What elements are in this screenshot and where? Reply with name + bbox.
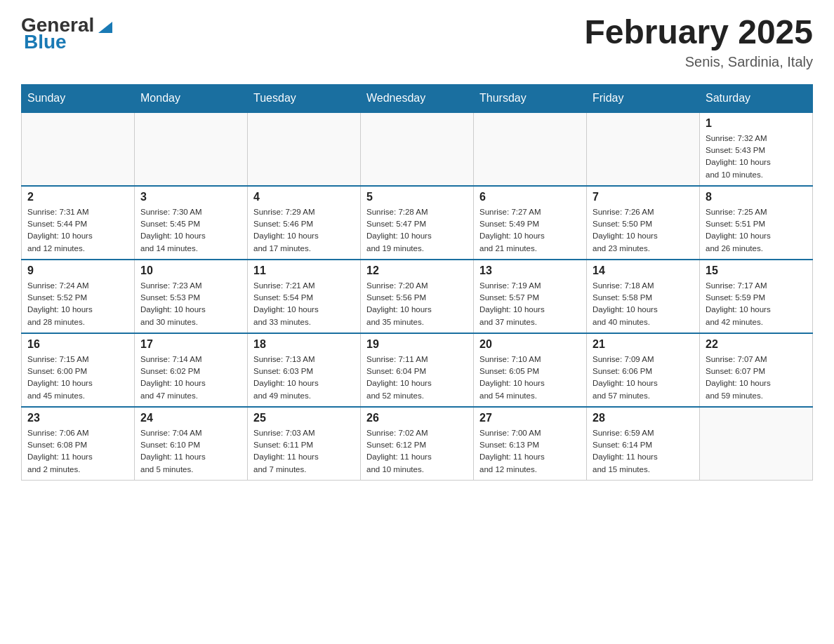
logo-triangle-icon	[95, 16, 115, 36]
calendar-day-cell: 19Sunrise: 7:11 AM Sunset: 6:04 PM Dayli…	[361, 333, 474, 407]
day-info: Sunrise: 7:06 AM Sunset: 6:08 PM Dayligh…	[27, 427, 128, 476]
day-of-week-header: Friday	[587, 84, 700, 112]
day-number: 5	[366, 191, 468, 203]
calendar-day-cell: 11Sunrise: 7:21 AM Sunset: 5:54 PM Dayli…	[248, 260, 361, 333]
day-number: 4	[253, 191, 355, 203]
day-info: Sunrise: 7:03 AM Sunset: 6:11 PM Dayligh…	[253, 427, 355, 476]
day-number: 24	[140, 412, 241, 424]
day-number: 21	[593, 338, 694, 351]
calendar-day-cell: 16Sunrise: 7:15 AM Sunset: 6:00 PM Dayli…	[22, 333, 135, 407]
calendar-day-cell: 3Sunrise: 7:30 AM Sunset: 5:45 PM Daylig…	[135, 186, 248, 260]
day-number: 22	[706, 338, 807, 351]
calendar-day-cell	[248, 112, 361, 186]
day-number: 16	[27, 338, 128, 351]
day-of-week-header: Saturday	[700, 84, 813, 112]
day-of-week-header: Thursday	[474, 84, 587, 112]
day-info: Sunrise: 7:30 AM Sunset: 5:45 PM Dayligh…	[140, 206, 241, 255]
calendar-day-cell: 14Sunrise: 7:18 AM Sunset: 5:58 PM Dayli…	[587, 260, 700, 333]
calendar-day-cell: 9Sunrise: 7:24 AM Sunset: 5:52 PM Daylig…	[22, 260, 135, 333]
day-info: Sunrise: 7:02 AM Sunset: 6:12 PM Dayligh…	[366, 427, 468, 476]
day-info: Sunrise: 7:11 AM Sunset: 6:04 PM Dayligh…	[366, 354, 468, 402]
calendar-day-cell: 4Sunrise: 7:29 AM Sunset: 5:46 PM Daylig…	[248, 186, 361, 260]
calendar-day-cell	[22, 112, 135, 186]
calendar-day-cell: 24Sunrise: 7:04 AM Sunset: 6:10 PM Dayli…	[135, 407, 248, 481]
calendar-day-cell: 21Sunrise: 7:09 AM Sunset: 6:06 PM Dayli…	[587, 333, 700, 407]
day-number: 8	[706, 191, 807, 203]
day-number: 27	[479, 412, 581, 424]
calendar-day-cell: 6Sunrise: 7:27 AM Sunset: 5:49 PM Daylig…	[474, 186, 587, 260]
calendar-day-cell: 7Sunrise: 7:26 AM Sunset: 5:50 PM Daylig…	[587, 186, 700, 260]
day-number: 19	[366, 338, 468, 351]
day-info: Sunrise: 7:10 AM Sunset: 6:05 PM Dayligh…	[479, 354, 581, 402]
day-info: Sunrise: 7:20 AM Sunset: 5:56 PM Dayligh…	[366, 280, 468, 328]
day-info: Sunrise: 7:24 AM Sunset: 5:52 PM Dayligh…	[27, 280, 128, 328]
day-number: 3	[140, 191, 241, 203]
day-info: Sunrise: 7:14 AM Sunset: 6:02 PM Dayligh…	[140, 354, 241, 402]
day-info: Sunrise: 7:31 AM Sunset: 5:44 PM Dayligh…	[27, 206, 128, 255]
calendar-week-row: 23Sunrise: 7:06 AM Sunset: 6:08 PM Dayli…	[22, 407, 813, 481]
day-number: 17	[140, 338, 241, 351]
logo-blue-text: Blue	[24, 31, 67, 53]
month-title: February 2025	[584, 14, 813, 51]
calendar-day-cell: 22Sunrise: 7:07 AM Sunset: 6:07 PM Dayli…	[700, 333, 813, 407]
calendar-day-cell: 10Sunrise: 7:23 AM Sunset: 5:53 PM Dayli…	[135, 260, 248, 333]
calendar-day-cell: 8Sunrise: 7:25 AM Sunset: 5:51 PM Daylig…	[700, 186, 813, 260]
day-number: 1	[706, 117, 807, 130]
day-info: Sunrise: 7:25 AM Sunset: 5:51 PM Dayligh…	[706, 206, 807, 255]
day-of-week-header: Wednesday	[361, 84, 474, 112]
calendar-week-row: 1Sunrise: 7:32 AM Sunset: 5:43 PM Daylig…	[22, 112, 813, 186]
day-of-week-header: Monday	[135, 84, 248, 112]
calendar-week-row: 2Sunrise: 7:31 AM Sunset: 5:44 PM Daylig…	[22, 186, 813, 260]
calendar-day-cell: 25Sunrise: 7:03 AM Sunset: 6:11 PM Dayli…	[248, 407, 361, 481]
day-number: 15	[706, 264, 807, 277]
day-info: Sunrise: 7:04 AM Sunset: 6:10 PM Dayligh…	[140, 427, 241, 476]
day-info: Sunrise: 7:23 AM Sunset: 5:53 PM Dayligh…	[140, 280, 241, 328]
day-info: Sunrise: 7:09 AM Sunset: 6:06 PM Dayligh…	[593, 354, 694, 402]
day-number: 2	[27, 191, 128, 203]
day-info: Sunrise: 7:15 AM Sunset: 6:00 PM Dayligh…	[27, 354, 128, 402]
calendar-day-cell: 18Sunrise: 7:13 AM Sunset: 6:03 PM Dayli…	[248, 333, 361, 407]
calendar-day-cell	[135, 112, 248, 186]
day-info: Sunrise: 7:19 AM Sunset: 5:57 PM Dayligh…	[479, 280, 581, 328]
day-info: Sunrise: 7:27 AM Sunset: 5:49 PM Dayligh…	[479, 206, 581, 255]
calendar-day-cell	[587, 112, 700, 186]
day-number: 25	[253, 412, 355, 424]
calendar-day-cell: 27Sunrise: 7:00 AM Sunset: 6:13 PM Dayli…	[474, 407, 587, 481]
calendar-day-cell: 1Sunrise: 7:32 AM Sunset: 5:43 PM Daylig…	[700, 112, 813, 186]
day-info: Sunrise: 7:13 AM Sunset: 6:03 PM Dayligh…	[253, 354, 355, 402]
calendar-day-cell	[700, 407, 813, 481]
calendar-day-cell: 2Sunrise: 7:31 AM Sunset: 5:44 PM Daylig…	[22, 186, 135, 260]
day-number: 6	[479, 191, 581, 203]
day-info: Sunrise: 7:18 AM Sunset: 5:58 PM Dayligh…	[593, 280, 694, 328]
day-of-week-header: Sunday	[22, 84, 135, 112]
day-info: Sunrise: 6:59 AM Sunset: 6:14 PM Dayligh…	[593, 427, 694, 476]
day-info: Sunrise: 7:26 AM Sunset: 5:50 PM Dayligh…	[593, 206, 694, 255]
day-number: 9	[27, 264, 128, 277]
title-section: February 2025 Senis, Sardinia, Italy	[584, 14, 813, 70]
day-number: 14	[593, 264, 694, 277]
day-info: Sunrise: 7:29 AM Sunset: 5:46 PM Dayligh…	[253, 206, 355, 255]
calendar-day-cell: 15Sunrise: 7:17 AM Sunset: 5:59 PM Dayli…	[700, 260, 813, 333]
day-number: 23	[27, 412, 128, 424]
calendar-week-row: 16Sunrise: 7:15 AM Sunset: 6:00 PM Dayli…	[22, 333, 813, 407]
calendar-day-cell: 12Sunrise: 7:20 AM Sunset: 5:56 PM Dayli…	[361, 260, 474, 333]
day-number: 10	[140, 264, 241, 277]
svg-marker-0	[98, 22, 112, 33]
location-subtitle: Senis, Sardinia, Italy	[584, 54, 813, 70]
calendar-day-cell	[474, 112, 587, 186]
day-number: 18	[253, 338, 355, 351]
calendar-day-cell: 13Sunrise: 7:19 AM Sunset: 5:57 PM Dayli…	[474, 260, 587, 333]
calendar-day-cell: 17Sunrise: 7:14 AM Sunset: 6:02 PM Dayli…	[135, 333, 248, 407]
calendar-day-cell	[361, 112, 474, 186]
calendar-table: SundayMondayTuesdayWednesdayThursdayFrid…	[21, 84, 813, 481]
calendar-day-cell: 28Sunrise: 6:59 AM Sunset: 6:14 PM Dayli…	[587, 407, 700, 481]
logo: General Blue	[21, 14, 115, 53]
calendar-day-cell: 20Sunrise: 7:10 AM Sunset: 6:05 PM Dayli…	[474, 333, 587, 407]
day-info: Sunrise: 7:07 AM Sunset: 6:07 PM Dayligh…	[706, 354, 807, 402]
day-info: Sunrise: 7:17 AM Sunset: 5:59 PM Dayligh…	[706, 280, 807, 328]
day-number: 28	[593, 412, 694, 424]
calendar-day-cell: 26Sunrise: 7:02 AM Sunset: 6:12 PM Dayli…	[361, 407, 474, 481]
day-of-week-header: Tuesday	[248, 84, 361, 112]
day-info: Sunrise: 7:00 AM Sunset: 6:13 PM Dayligh…	[479, 427, 581, 476]
day-number: 11	[253, 264, 355, 277]
